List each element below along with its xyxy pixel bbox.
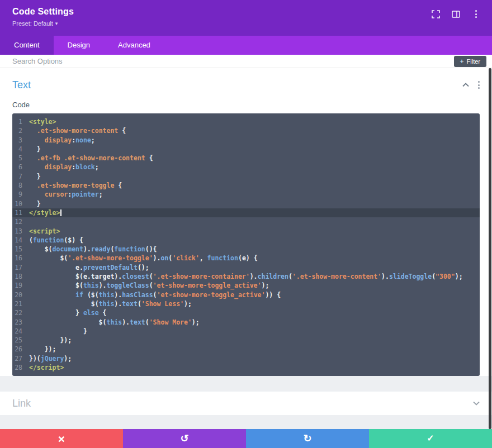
code-text: $(e.target).closest('.et-show-more-conta… — [29, 272, 480, 281]
code-line-20[interactable]: 20 if ($(this).hasClass('et-show-more-to… — [12, 290, 480, 299]
text-section: Text Code 1<style>2 .et-show-more-conten… — [0, 68, 492, 376]
caret-down-icon: ▾ — [55, 21, 58, 26]
header-icons — [430, 9, 481, 19]
code-editor[interactable]: 1<style>2 .et-show-more-content {3 displ… — [12, 113, 480, 376]
code-line-14[interactable]: 14(function($) { — [12, 236, 480, 245]
line-number: 11 — [12, 208, 29, 217]
code-line-24[interactable]: 24 } — [12, 327, 480, 336]
line-number: 1 — [12, 117, 29, 126]
code-line-27[interactable]: 27})(jQuery); — [12, 354, 480, 363]
code-line-25[interactable]: 25 }); — [12, 336, 480, 345]
modal-header-left: Code Settings Preset: Default ▾ — [12, 7, 74, 27]
code-line-7[interactable]: 7 } — [12, 172, 480, 181]
redo-button[interactable]: ↻ — [246, 429, 369, 448]
line-number: 19 — [12, 281, 29, 290]
expand-icon[interactable] — [430, 9, 441, 19]
code-text: $(this).toggleClass('et-show-more-toggle… — [29, 281, 480, 290]
line-number: 4 — [12, 145, 29, 154]
code-line-9[interactable]: 9 cursor:pointer; — [12, 190, 480, 199]
line-number: 13 — [12, 227, 29, 236]
code-text: } — [29, 199, 480, 208]
code-text: display:none; — [29, 136, 480, 145]
code-text: } else { — [29, 308, 480, 317]
code-settings-modal: Code Settings Preset: Default ▾ ContentD… — [0, 0, 492, 448]
code-text: .et-show-more-toggle { — [29, 181, 480, 190]
line-number: 22 — [12, 308, 29, 317]
code-line-6[interactable]: 6 display:block; — [12, 163, 480, 171]
code-line-12[interactable]: 12 — [12, 217, 480, 226]
code-text: cursor:pointer; — [29, 190, 480, 199]
line-number: 18 — [12, 272, 29, 281]
code-line-21[interactable]: 21 $(this).text('Show Less'); — [12, 299, 480, 308]
line-number: 15 — [12, 245, 29, 254]
search-row: + Filter — [0, 55, 492, 68]
code-line-18[interactable]: 18 $(e.target).closest('.et-show-more-co… — [12, 272, 480, 281]
line-number: 27 — [12, 354, 29, 363]
code-text: }); — [29, 336, 480, 345]
line-number: 14 — [12, 236, 29, 245]
code-line-22[interactable]: 22 } else { — [12, 308, 480, 317]
line-number: 20 — [12, 290, 29, 299]
section-title-text: Text — [12, 79, 31, 91]
code-line-8[interactable]: 8 .et-show-more-toggle { — [12, 181, 480, 190]
code-text: <style> — [29, 117, 480, 126]
chevron-up-icon[interactable] — [462, 83, 469, 87]
tab-content[interactable]: Content — [0, 36, 54, 55]
code-line-19[interactable]: 19 $(this).toggleClass('et-show-more-tog… — [12, 281, 480, 290]
link-section[interactable]: Link — [0, 392, 492, 415]
line-number: 12 — [12, 217, 29, 226]
undo-button[interactable]: ↺ — [123, 429, 246, 448]
code-line-4[interactable]: 4 } — [12, 145, 480, 154]
tab-advanced[interactable]: Advanced — [104, 36, 164, 55]
code-line-15[interactable]: 15 $(document).ready(function(){ — [12, 245, 480, 254]
code-line-3[interactable]: 3 display:none; — [12, 136, 480, 145]
code-line-2[interactable]: 2 .et-show-more-content { — [12, 126, 480, 135]
code-text: e.preventDefault(); — [29, 263, 480, 272]
code-line-16[interactable]: 16 $('.et-show-more-toggle').on('click',… — [12, 254, 480, 263]
text-section-header: Text — [12, 77, 480, 93]
code-text: } — [29, 172, 480, 181]
line-number: 23 — [12, 318, 29, 327]
code-text: .et-fb .et-show-more-content { — [29, 154, 480, 163]
code-text: $('.et-show-more-toggle').on('click', fu… — [29, 254, 480, 263]
code-line-17[interactable]: 17 e.preventDefault(); — [12, 263, 480, 272]
code-line-1[interactable]: 1<style> — [12, 117, 480, 126]
modal-header: Code Settings Preset: Default ▾ — [0, 0, 492, 36]
action-bar: ×↺↻✓ — [0, 429, 492, 448]
code-text: } — [29, 327, 480, 336]
code-line-13[interactable]: 13<script> — [12, 227, 480, 236]
section-more-icon[interactable] — [478, 81, 480, 89]
tab-bar: ContentDesignAdvanced — [0, 36, 492, 55]
save-button[interactable]: ✓ — [369, 429, 492, 448]
line-number: 17 — [12, 263, 29, 272]
search-input[interactable] — [12, 57, 454, 65]
code-line-23[interactable]: 23 $(this).text('Show More'); — [12, 318, 480, 327]
line-number: 8 — [12, 181, 29, 190]
line-number: 5 — [12, 154, 29, 163]
line-number: 28 — [12, 363, 29, 372]
x-icon: × — [58, 433, 65, 445]
filter-button[interactable]: + Filter — [454, 56, 486, 67]
code-line-5[interactable]: 5 .et-fb .et-show-more-content { — [12, 154, 480, 163]
code-text: } — [29, 145, 480, 154]
scrollbar[interactable] — [489, 68, 491, 429]
code-text: $(this).text('Show More'); — [29, 318, 480, 327]
undo-icon: ↺ — [180, 433, 188, 444]
preset-selector[interactable]: Preset: Default ▾ — [12, 20, 74, 27]
more-options-icon[interactable] — [471, 9, 481, 19]
chevron-down-icon[interactable] — [473, 401, 480, 406]
modal-title: Code Settings — [12, 7, 74, 17]
check-icon: ✓ — [427, 434, 434, 443]
code-line-11[interactable]: 11</style> — [12, 208, 480, 217]
tab-design[interactable]: Design — [54, 36, 104, 55]
line-number: 16 — [12, 254, 29, 263]
code-text: $(this).text('Show Less'); — [29, 299, 480, 308]
settings-content: Text Code 1<style>2 .et-show-more-conten… — [0, 68, 492, 429]
discard-button[interactable]: × — [0, 429, 123, 448]
line-number: 2 — [12, 126, 29, 135]
redo-icon: ↻ — [303, 433, 311, 444]
code-line-10[interactable]: 10 } — [12, 199, 480, 208]
layout-columns-icon[interactable] — [451, 9, 461, 19]
code-line-26[interactable]: 26 }); — [12, 345, 480, 354]
code-line-28[interactable]: 28</script> — [12, 363, 480, 372]
